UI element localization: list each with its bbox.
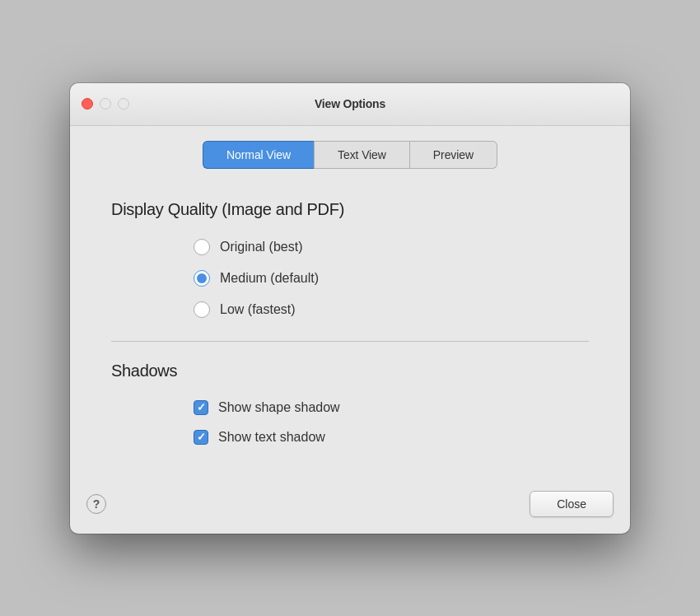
tab-text-view[interactable]: Text View xyxy=(314,141,410,169)
maximize-traffic-light[interactable] xyxy=(118,98,129,110)
close-button[interactable]: Close xyxy=(530,491,614,517)
display-quality-options: Original (best) Medium (default) Low (fa… xyxy=(111,239,589,318)
dialog-window: View Options Normal View Text View Previ… xyxy=(70,83,630,534)
traffic-lights xyxy=(82,98,129,110)
radio-circle-low xyxy=(194,301,210,318)
radio-label-medium: Medium (default) xyxy=(220,271,319,286)
tabs-bar: Normal View Text View Preview xyxy=(70,126,630,177)
shadows-options: Show shape shadow Show text shadow xyxy=(111,400,589,445)
radio-circle-medium xyxy=(194,270,210,287)
display-quality-title: Display Quality (Image and PDF) xyxy=(111,200,589,219)
radio-original[interactable]: Original (best) xyxy=(194,239,589,255)
radio-medium[interactable]: Medium (default) xyxy=(194,270,589,287)
radio-label-original: Original (best) xyxy=(220,240,302,254)
tab-preview[interactable]: Preview xyxy=(410,141,497,169)
radio-circle-original xyxy=(194,239,210,255)
checkbox-text-shadow[interactable]: Show text shadow xyxy=(194,430,589,445)
checkbox-box-shape xyxy=(194,400,208,415)
close-traffic-light[interactable] xyxy=(82,98,93,110)
shadows-title: Shadows xyxy=(111,362,589,380)
checkbox-label-text: Show text shadow xyxy=(218,430,325,445)
minimize-traffic-light[interactable] xyxy=(100,98,111,110)
checkbox-label-shape: Show shape shadow xyxy=(218,400,340,415)
titlebar: View Options xyxy=(70,83,630,126)
radio-low[interactable]: Low (fastest) xyxy=(194,301,589,318)
checkbox-box-text xyxy=(194,430,208,445)
tab-normal-view[interactable]: Normal View xyxy=(203,141,314,169)
content-area: Display Quality (Image and PDF) Original… xyxy=(70,177,630,478)
section-divider xyxy=(111,341,589,342)
checkbox-shape-shadow[interactable]: Show shape shadow xyxy=(194,400,589,415)
radio-label-low: Low (fastest) xyxy=(220,302,296,317)
window-title: View Options xyxy=(315,97,385,110)
footer: ? Close xyxy=(70,478,630,534)
help-button[interactable]: ? xyxy=(86,494,106,514)
